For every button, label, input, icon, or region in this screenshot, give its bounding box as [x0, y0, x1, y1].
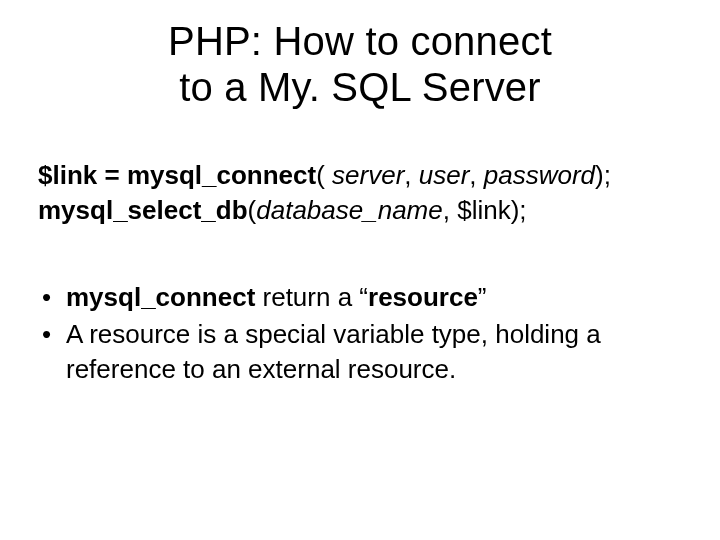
title-line-1: PHP: How to connect [168, 19, 552, 63]
code-block: $link = mysql_connect( server, user, pas… [38, 158, 682, 228]
bullet-text: mysql_connect [66, 282, 255, 312]
bullet-list: mysql_connect return a “resource” A reso… [38, 280, 682, 389]
slide: PHP: How to connect to a My. SQL Server … [0, 0, 720, 540]
code-text: ( [316, 160, 332, 190]
code-text: mysql_select_db [38, 195, 248, 225]
code-text: , $link); [443, 195, 527, 225]
bullet-text: ” [478, 282, 487, 312]
code-text: , [404, 160, 418, 190]
code-line-2: mysql_select_db(database_name, $link); [38, 193, 682, 228]
code-line-1: $link = mysql_connect( server, user, pas… [38, 158, 682, 193]
bullet-text: return a “ [255, 282, 368, 312]
title-line-2: to a My. SQL Server [179, 65, 541, 109]
code-text: ); [595, 160, 611, 190]
code-text: , [469, 160, 483, 190]
code-text: database_name [256, 195, 442, 225]
list-item: A resource is a special variable type, h… [38, 317, 682, 387]
code-text: ( [248, 195, 257, 225]
code-text: password [484, 160, 595, 190]
slide-title: PHP: How to connect to a My. SQL Server [0, 18, 720, 110]
code-text: user [419, 160, 470, 190]
bullet-text: A resource is a special variable type, h… [66, 319, 601, 384]
code-text: $link = mysql_connect [38, 160, 316, 190]
list-item: mysql_connect return a “resource” [38, 280, 682, 315]
bullet-text: resource [368, 282, 478, 312]
code-text: server [332, 160, 404, 190]
